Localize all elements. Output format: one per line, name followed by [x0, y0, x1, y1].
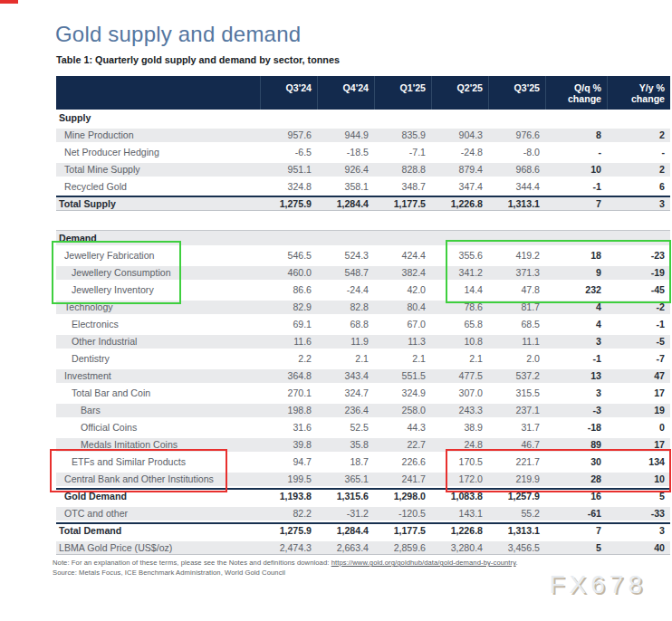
value-cell: 1,193.8: [260, 488, 317, 505]
value-cell: 30: [545, 454, 607, 471]
table-row-mine-production: Mine Production 957.6944.9835.9904.3976.…: [56, 127, 670, 144]
value-cell: -120.5: [374, 505, 431, 522]
value-cell: 55.2: [488, 505, 545, 522]
table-row-supply-header: Supply: [56, 110, 670, 127]
value-cell: 24.8: [431, 436, 488, 454]
value-cell: -45: [607, 282, 670, 299]
value-cell: -18: [545, 419, 607, 436]
footnote-link[interactable]: https://www.gold.org/goldhub/data/gold-d…: [331, 559, 516, 567]
value-cell: 7: [545, 196, 607, 213]
value-cell: [374, 110, 431, 127]
value-cell: 69.1: [260, 316, 317, 333]
value-cell: 1,177.5: [374, 196, 431, 213]
row-label: Jewellery Fabrication: [56, 247, 260, 264]
value-cell: 828.8: [374, 161, 431, 178]
row-label: ETFs and Similar Products: [56, 454, 260, 471]
table-row-total-supply: Total Supply 1,275.91,284.41,177.51,226.…: [56, 196, 670, 213]
value-cell: 1,083.8: [431, 488, 488, 505]
value-cell: 10: [545, 161, 607, 178]
supply-demand-table: Q3'24 Q4'24 Q1'25 Q2'25 Q3'25 Q/q % chan…: [56, 76, 670, 557]
row-label: Demand: [56, 230, 260, 247]
value-cell: 31.6: [260, 419, 317, 436]
value-cell: 3: [607, 196, 670, 213]
row-label: Total Supply: [56, 196, 260, 213]
value-cell: 371.3: [488, 264, 545, 282]
value-cell: 18.7: [317, 454, 374, 471]
value-cell: 82.9: [260, 299, 317, 316]
value-cell: 18: [545, 247, 607, 264]
value-cell: 172.0: [431, 471, 488, 488]
value-cell: [607, 230, 670, 247]
value-cell: 1,275.9: [260, 522, 317, 540]
value-cell: 10: [607, 471, 670, 488]
value-cell: 11.6: [260, 333, 317, 350]
row-label: Official Coins: [56, 419, 260, 436]
value-cell: 879.4: [431, 161, 488, 178]
value-cell: -33: [607, 505, 670, 522]
value-cell: 1,226.8: [431, 196, 488, 213]
value-cell: 219.9: [488, 471, 545, 488]
value-cell: 11.3: [374, 333, 431, 350]
value-cell: -19: [607, 264, 670, 282]
value-cell: 348.7: [374, 178, 431, 196]
page-title: Gold supply and demand: [55, 22, 301, 47]
value-cell: 44.3: [374, 419, 431, 436]
value-cell: 82.8: [317, 299, 374, 316]
value-cell: -8.0: [488, 144, 545, 161]
value-cell: 951.1: [260, 161, 317, 178]
value-cell: -61: [545, 505, 607, 522]
value-cell: 2.1: [374, 350, 431, 368]
value-cell: -: [607, 144, 670, 161]
value-cell: 1,284.4: [317, 522, 374, 540]
value-cell: 68.8: [317, 316, 374, 333]
value-cell: 42.0: [374, 282, 431, 299]
value-cell: 2,663.4: [317, 540, 374, 557]
value-cell: 2: [607, 127, 670, 144]
value-cell: 1,226.8: [431, 522, 488, 540]
table-row-technology: Technology 82.982.880.478.681.74-2: [56, 299, 670, 316]
value-cell: 537.2: [488, 368, 545, 385]
table-row-demand-header: Demand: [56, 230, 670, 247]
value-cell: 270.1: [260, 385, 317, 402]
value-cell: 5: [607, 488, 670, 505]
value-cell: 926.4: [317, 161, 374, 178]
value-cell: 17: [607, 385, 670, 402]
column-header-yy-change: Y/y % change: [607, 76, 670, 110]
value-cell: [545, 110, 607, 127]
value-cell: 3: [545, 333, 607, 350]
row-label: Technology: [56, 299, 260, 316]
table-gap-row: [56, 213, 670, 230]
value-cell: 358.1: [317, 178, 374, 196]
value-cell: 3,280.4: [431, 540, 488, 557]
value-cell: 13: [545, 368, 607, 385]
value-cell: 14.4: [431, 282, 488, 299]
value-cell: 65.8: [431, 316, 488, 333]
value-cell: 3,456.5: [488, 540, 545, 557]
value-cell: 232: [545, 282, 607, 299]
row-label: Mine Production: [56, 127, 260, 144]
table-caption: Table 1: Quarterly gold supply and deman…: [56, 54, 340, 65]
value-cell: 258.0: [374, 402, 431, 419]
table-row-medals-imitation-coins: Medals Imitation Coins 39.835.822.724.84…: [56, 436, 670, 454]
value-cell: -1: [607, 316, 670, 333]
row-label: LBMA Gold Price (US$/oz): [56, 540, 260, 557]
table-row-central-bank: Central Bank and Other Institutions 199.…: [56, 471, 670, 488]
value-cell: 3: [545, 385, 607, 402]
value-cell: 40: [607, 540, 670, 557]
value-cell: 365.1: [317, 471, 374, 488]
column-header-q3-25: Q3'25: [488, 76, 545, 110]
row-label: Recycled Gold: [56, 178, 260, 196]
table-row-total-bar-and-coin: Total Bar and Coin 270.1324.7324.9307.03…: [56, 385, 670, 402]
value-cell: 39.8: [260, 436, 317, 454]
value-cell: -6.5: [260, 144, 317, 161]
row-label: Central Bank and Other Institutions: [56, 471, 260, 488]
value-cell: 307.0: [431, 385, 488, 402]
table-row-bars: Bars 198.8236.4258.0243.3237.1-319: [56, 402, 670, 419]
value-cell: -24.8: [431, 144, 488, 161]
value-cell: -7: [607, 350, 670, 368]
row-label: Investment: [56, 368, 260, 385]
column-header-q1-25: Q1'25: [374, 76, 431, 110]
value-cell: 80.4: [374, 299, 431, 316]
value-cell: -2: [607, 299, 670, 316]
value-cell: 1,313.1: [488, 196, 545, 213]
